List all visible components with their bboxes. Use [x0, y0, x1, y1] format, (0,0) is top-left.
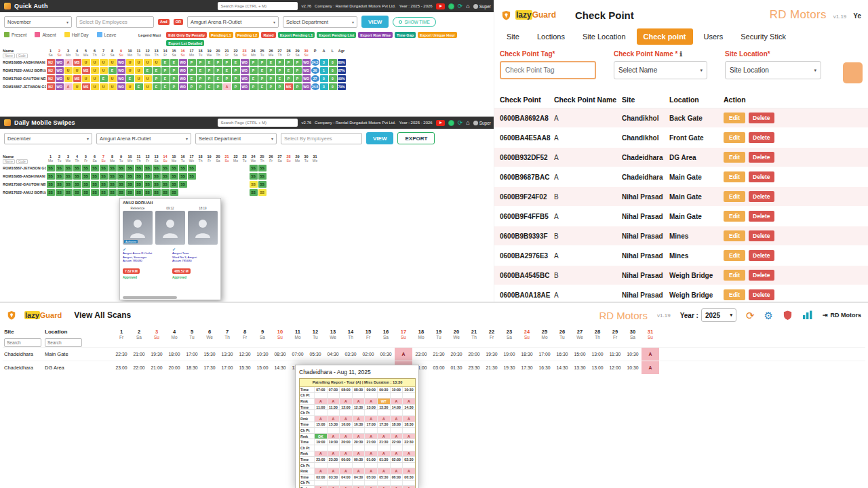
department-select[interactable]: Select Department▾ — [283, 16, 357, 28]
settings-gear-icon[interactable]: ⚙ — [764, 310, 773, 321]
qa-attendance-cell[interactable]: WO — [117, 75, 125, 82]
ms-swipe-cell[interactable]: SS — [135, 181, 143, 188]
qa-attendance-cell[interactable]: P — [276, 67, 284, 74]
ms-swipe-cell[interactable]: SS — [161, 189, 170, 196]
qa-attendance-cell[interactable]: NJ — [47, 83, 55, 90]
qa-attendance-cell[interactable]: E — [276, 75, 284, 82]
qa-attendance-cell[interactable]: P — [188, 67, 196, 74]
qa-attendance-cell[interactable]: E — [205, 59, 214, 66]
ms-swipe-cell[interactable]: SS — [161, 165, 170, 171]
tab-check-point[interactable]: Check point — [637, 28, 693, 45]
ms-swipe-cell[interactable]: SS — [108, 165, 117, 171]
ms-swipe-cell[interactable]: SS — [82, 173, 90, 180]
qa-attendance-cell[interactable]: U — [153, 59, 161, 66]
ms-swipe-cell[interactable]: SS — [250, 173, 258, 180]
delete-button[interactable]: Delete — [749, 152, 774, 163]
qa-attendance-cell[interactable]: WO — [302, 67, 311, 74]
delete-button[interactable]: Delete — [749, 113, 774, 123]
delete-button[interactable]: Delete — [749, 132, 774, 143]
ms-swipe-cell[interactable]: SS — [188, 173, 196, 180]
qa-attendance-cell[interactable]: NJ — [47, 59, 55, 66]
tab-security-stick[interactable]: Security Stick — [734, 28, 793, 45]
tab-users[interactable]: Users — [697, 28, 730, 45]
qa-attendance-cell[interactable]: P — [188, 59, 196, 66]
scan-time-cell[interactable]: 15:00 — [254, 361, 271, 374]
qa-attendance-cell[interactable]: E — [267, 59, 275, 66]
qa-attendance-cell[interactable]: U — [144, 75, 152, 82]
scan-time-cell[interactable]: 18:30 — [183, 361, 201, 374]
qa-attendance-cell[interactable]: P — [285, 59, 293, 66]
qa-attendance-cell[interactable]: NJ — [47, 67, 55, 74]
qa-attendance-cell[interactable]: MS — [73, 75, 81, 82]
delete-button[interactable]: Delete — [749, 171, 774, 182]
qa-attendance-cell[interactable]: P — [258, 59, 267, 66]
scan-time-cell[interactable]: 21:00 — [148, 361, 165, 374]
qa-attendance-cell[interactable]: U — [91, 59, 99, 66]
scan-time-cell[interactable]: 20:30 — [448, 348, 465, 361]
qa-attendance-cell[interactable]: E — [153, 67, 161, 74]
scan-time-cell[interactable]: 23:00 — [412, 348, 430, 361]
qa-attendance-cell[interactable]: E — [188, 75, 196, 82]
ms-swipe-cell[interactable]: SS — [135, 165, 143, 171]
ms-swipe-cell[interactable]: SS — [100, 181, 108, 188]
qa-attendance-cell[interactable]: E — [214, 75, 222, 82]
qa-attendance-cell[interactable]: P — [232, 83, 240, 90]
ms-swipe-cell[interactable]: SS — [108, 181, 117, 188]
edit-button[interactable]: Edit — [724, 211, 745, 222]
qa-attendance-cell[interactable]: P — [294, 75, 302, 82]
qa-attendance-cell[interactable]: U — [135, 59, 143, 66]
ms-swipe-cell[interactable]: SS — [179, 173, 187, 180]
qa-attendance-cell[interactable]: WO — [241, 75, 249, 82]
scan-time-cell[interactable]: 12:00 — [606, 361, 624, 374]
ms-swipe-cell[interactable]: SS — [91, 181, 99, 188]
scan-time-cell[interactable]: A — [642, 348, 659, 361]
ms-swipe-cell[interactable]: SS — [47, 173, 55, 180]
scan-time-cell[interactable]: 15:30 — [236, 361, 254, 374]
edit-button[interactable]: Edit — [724, 250, 745, 261]
scan-time-cell[interactable]: 13:30 — [571, 361, 589, 374]
action-badge[interactable]: Export Unique Hour — [418, 32, 457, 38]
qa-attendance-cell[interactable]: P — [223, 75, 231, 82]
ms-swipe-cell[interactable]: SS — [100, 173, 108, 180]
scan-time-cell[interactable]: 18:30 — [518, 348, 536, 361]
qa-attendance-cell[interactable]: E — [126, 75, 134, 82]
scan-time-cell[interactable]: 14:30 — [271, 361, 289, 374]
ms-swipe-cell[interactable]: SS — [144, 189, 152, 196]
qa-attendance-cell[interactable]: P — [267, 75, 275, 82]
qa-attendance-cell[interactable]: P — [250, 67, 258, 74]
qa-attendance-cell[interactable]: U — [100, 59, 108, 66]
qa-attendance-cell[interactable]: E — [135, 83, 143, 90]
qa-attendance-cell[interactable]: P — [214, 67, 222, 74]
scan-time-cell[interactable]: 17:30 — [518, 361, 536, 374]
qa-attendance-cell[interactable]: U — [82, 59, 90, 66]
ms-swipe-cell[interactable]: SS — [161, 181, 170, 188]
ms-swipe-cell[interactable]: SS — [153, 181, 161, 188]
ms-swipe-cell[interactable]: SS — [64, 189, 73, 196]
ms-swipe-cell[interactable]: SS — [258, 181, 267, 188]
ms-swipe-cell[interactable]: SS — [73, 165, 81, 171]
scan-time-cell[interactable]: 11:30 — [606, 348, 624, 361]
scan-time-cell[interactable]: 02:00 — [359, 348, 377, 361]
ms-swipe-cell[interactable]: SS — [108, 189, 117, 196]
qa-attendance-cell[interactable]: WO — [302, 75, 311, 82]
qa-attendance-cell[interactable]: P — [258, 75, 267, 82]
scan-time-cell[interactable]: 22:00 — [130, 361, 148, 374]
ms-swipe-cell[interactable]: SS — [73, 173, 81, 180]
qa-attendance-cell[interactable]: P — [205, 67, 214, 74]
refresh-icon[interactable]: ⟳ — [746, 310, 755, 321]
qa-attendance-cell[interactable]: WO — [117, 83, 125, 90]
ms-swipe-cell[interactable]: SS — [91, 189, 99, 196]
ms-swipe-cell[interactable]: SS — [126, 165, 134, 171]
qa-attendance-cell[interactable]: U — [126, 83, 134, 90]
qa-attendance-cell[interactable]: P — [276, 83, 284, 90]
ms-swipe-cell[interactable]: SS — [258, 189, 267, 196]
user-menu[interactable]: Super — [473, 4, 491, 9]
page-search-input[interactable] — [218, 119, 298, 127]
qa-attendance-cell[interactable]: P — [267, 67, 275, 74]
year-select[interactable]: 2025▾ — [701, 308, 736, 322]
qa-attendance-cell[interactable]: U — [64, 75, 73, 82]
ms-swipe-cell[interactable]: SS — [82, 165, 90, 171]
qa-attendance-cell[interactable]: WO — [302, 59, 311, 66]
ms-swipe-cell[interactable]: SS — [47, 189, 55, 196]
ms-swipe-cell[interactable]: SS — [64, 181, 73, 188]
